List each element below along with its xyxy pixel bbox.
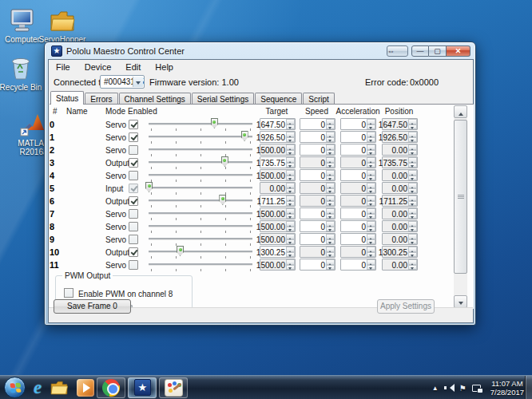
device-select[interactable]: #00043135 [100, 75, 145, 89]
spin-down-icon[interactable] [286, 176, 295, 181]
speed-spinbox[interactable]: 0 [300, 220, 335, 232]
enable-pwm-checkbox[interactable] [64, 288, 73, 298]
target-spinbox[interactable]: 1711.25 [260, 195, 296, 207]
spin-down-icon[interactable] [326, 227, 335, 232]
target-slider[interactable] [149, 207, 252, 220]
spin-down-icon[interactable] [367, 137, 375, 143]
speed-value[interactable]: 0 [320, 210, 325, 219]
tab-channel-settings[interactable]: Channel Settings [119, 93, 191, 105]
vertical-scrollbar[interactable] [454, 105, 467, 308]
spin-down-icon[interactable] [408, 252, 417, 258]
spin-down-icon[interactable] [286, 214, 295, 219]
menu-help[interactable]: Help [148, 61, 181, 73]
spin-down-icon[interactable] [326, 188, 335, 194]
spin-down-icon[interactable] [367, 150, 375, 156]
target-spinbox[interactable]: 1300.25 [260, 246, 296, 258]
enabled-checkbox[interactable] [129, 120, 138, 129]
enabled-checkbox[interactable] [129, 235, 138, 244]
tab-status[interactable]: Status [50, 91, 84, 105]
spin-down-icon[interactable] [408, 239, 417, 245]
slider-track[interactable] [149, 200, 252, 201]
speed-spinbox[interactable]: 0 [300, 207, 335, 219]
spin-down-icon[interactable] [408, 201, 417, 207]
taskbar-clock[interactable]: 11:07 AM 7/28/2017 [490, 379, 524, 397]
slider-thumb-icon[interactable] [145, 182, 153, 192]
speed-value[interactable]: 0 [320, 146, 325, 155]
spin-down-icon[interactable] [367, 227, 375, 232]
taskbar-item-internet-explorer[interactable]: e [34, 377, 42, 398]
target-slider[interactable] [149, 233, 252, 246]
acceleration-value[interactable]: 0 [361, 261, 366, 270]
speed-value[interactable]: 0 [320, 261, 325, 270]
spin-down-icon[interactable] [367, 214, 375, 219]
enabled-checkbox[interactable] [129, 260, 138, 270]
acceleration-spinbox[interactable]: 0 [340, 131, 376, 143]
spin-down-icon[interactable] [408, 150, 417, 156]
spin-down-icon[interactable] [367, 252, 375, 258]
acceleration-spinbox[interactable]: 0 [340, 220, 376, 232]
acceleration-value[interactable]: 0 [361, 210, 366, 219]
spin-down-icon[interactable] [408, 265, 417, 271]
network-icon[interactable] [472, 383, 482, 393]
taskbar-item-paint[interactable] [159, 377, 188, 398]
speed-value[interactable]: 0 [320, 223, 325, 231]
spin-down-icon[interactable] [326, 201, 335, 207]
speed-spinbox[interactable]: 0 [300, 233, 335, 245]
target-spinbox[interactable]: 1926.50 [260, 131, 296, 143]
spin-down-icon[interactable] [286, 188, 295, 194]
target-value[interactable]: 1926.50 [256, 133, 285, 142]
enabled-checkbox[interactable] [129, 209, 138, 219]
speed-spinbox[interactable]: 0 [300, 118, 335, 130]
target-slider[interactable] [149, 118, 252, 131]
acceleration-value[interactable]: 0 [361, 223, 366, 231]
taskbar-item-chrome[interactable] [97, 377, 125, 398]
spin-down-icon[interactable] [326, 265, 335, 271]
spin-down-icon[interactable] [367, 201, 375, 207]
spin-down-icon[interactable] [367, 163, 375, 168]
spin-down-icon[interactable] [326, 252, 335, 258]
slider-track[interactable] [149, 148, 252, 150]
target-slider[interactable] [149, 259, 252, 271]
speed-spinbox[interactable]: 0 [300, 169, 335, 181]
enabled-checkbox[interactable] [129, 196, 138, 206]
spin-down-icon[interactable] [326, 150, 335, 156]
slider-track[interactable] [149, 251, 252, 252]
spin-down-icon[interactable] [408, 176, 417, 181]
enabled-checkbox[interactable] [129, 145, 138, 155]
scrollbar-thumb[interactable] [454, 120, 467, 274]
target-slider[interactable] [149, 144, 252, 156]
close-button[interactable]: ✕ [447, 45, 470, 57]
target-slider[interactable] [149, 220, 252, 233]
desktop-icon-servohopper[interactable]: ServoHopper [38, 6, 86, 44]
show-desktop-button[interactable] [525, 376, 532, 399]
acceleration-spinbox[interactable]: 0 [340, 169, 376, 181]
slider-thumb-icon[interactable] [219, 195, 226, 205]
menu-device[interactable]: Device [77, 61, 119, 73]
speed-value[interactable]: 0 [320, 172, 325, 180]
slider-thumb-icon[interactable] [211, 118, 218, 128]
speed-spinbox[interactable]: 0 [300, 144, 335, 156]
acceleration-spinbox[interactable]: 0 [340, 259, 376, 271]
target-slider[interactable] [149, 246, 252, 259]
target-slider[interactable] [149, 131, 252, 144]
enabled-checkbox[interactable] [129, 222, 138, 231]
target-slider[interactable] [149, 169, 252, 182]
slider-thumb-icon[interactable] [241, 131, 248, 141]
spin-down-icon[interactable] [408, 163, 417, 168]
slider-track[interactable] [149, 123, 252, 124]
start-button[interactable] [4, 377, 26, 398]
spin-down-icon[interactable] [408, 214, 417, 219]
target-slider[interactable] [149, 195, 252, 207]
action-center-flag-icon[interactable]: ⚑ [459, 384, 466, 393]
target-value[interactable]: 1711.25 [257, 197, 285, 206]
speed-spinbox[interactable]: 0 [300, 259, 335, 271]
target-value[interactable]: 1647.50 [256, 120, 285, 129]
acceleration-value[interactable]: 0 [361, 235, 366, 244]
spin-down-icon[interactable] [286, 239, 295, 245]
acceleration-spinbox[interactable]: 0 [340, 207, 376, 219]
acceleration-value[interactable]: 0 [361, 172, 366, 180]
speed-value[interactable]: 0 [320, 235, 325, 244]
taskbar-item-media-player[interactable] [77, 377, 94, 398]
taskbar-item-windows-explorer[interactable] [50, 377, 69, 398]
spin-down-icon[interactable] [286, 150, 295, 156]
